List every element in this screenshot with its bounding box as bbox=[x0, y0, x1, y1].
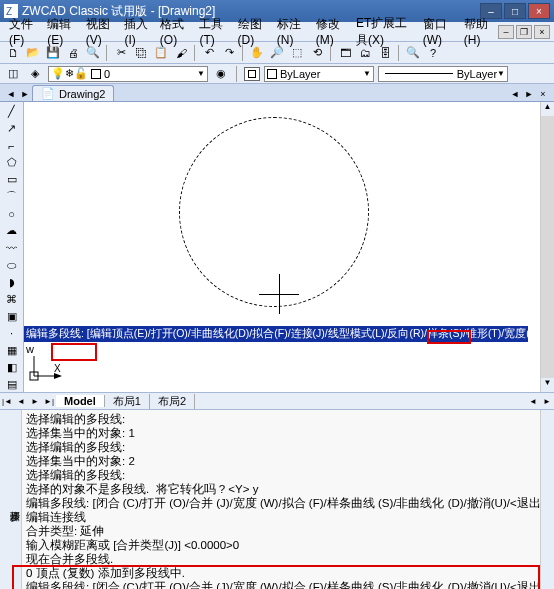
make-current-icon[interactable]: ◉ bbox=[212, 65, 230, 83]
props-icon[interactable]: 🗔 bbox=[336, 44, 354, 62]
hatch-icon[interactable]: ▦ bbox=[3, 343, 21, 358]
insert-icon[interactable]: ⌘ bbox=[3, 292, 21, 307]
new-icon[interactable]: 🗋 bbox=[4, 44, 22, 62]
ellipse-icon[interactable]: ⬭ bbox=[3, 258, 21, 273]
match-icon[interactable]: 🖌 bbox=[172, 44, 190, 62]
tabrow-left-icon[interactable]: ◄ bbox=[508, 87, 522, 101]
maximize-button[interactable]: □ bbox=[504, 3, 526, 19]
designcenter-icon[interactable]: 🗂 bbox=[356, 44, 374, 62]
highlight-box-input bbox=[51, 343, 97, 361]
tabrow-close-icon[interactable]: × bbox=[536, 87, 550, 101]
drawing-canvas[interactable]: YX 编辑多段线: [编辑顶点(E)/打开(O)/非曲线化(D)/拟合(F)/连… bbox=[24, 102, 540, 392]
layer-combo[interactable]: 💡 ❄ 🔓 0 ▼ bbox=[48, 66, 208, 82]
xline-icon[interactable]: ↗ bbox=[3, 121, 21, 136]
document-tabs: ◄ ► 📄 Drawing2 ◄ ► × bbox=[0, 84, 554, 102]
color-combo[interactable] bbox=[244, 67, 260, 81]
draw-toolbar: ╱ ↗ ⌐ ⬠ ▭ ⌒ ○ ☁ 〰 ⬭ ◗ ⌘ ▣ · ▦ ◧ ▤ bbox=[0, 102, 24, 392]
preview-icon[interactable]: 🔍 bbox=[84, 44, 102, 62]
doc-minimize[interactable]: – bbox=[498, 25, 514, 39]
block-icon[interactable]: ▣ bbox=[3, 309, 21, 324]
table-icon[interactable]: ▤ bbox=[3, 377, 21, 392]
search-icon[interactable]: 🔍 bbox=[404, 44, 422, 62]
layout-tabs: |◄ ◄ ► ►| Model 布局1 布局2 ◄ ► bbox=[0, 392, 554, 409]
ellipsearc-icon[interactable]: ◗ bbox=[3, 275, 21, 290]
tabrow-right-icon[interactable]: ► bbox=[522, 87, 536, 101]
freeze-icon: ❄ bbox=[65, 67, 74, 80]
layer-states-icon[interactable]: ◈ bbox=[26, 65, 44, 83]
copy-icon[interactable]: ⿻ bbox=[132, 44, 150, 62]
history-lines[interactable]: 选择编辑的多段线: 选择集当中的对象: 1 选择编辑的多段线: 选择集当中的对象… bbox=[22, 410, 540, 589]
polygon-icon[interactable]: ⬠ bbox=[3, 155, 21, 170]
help-icon[interactable]: ? bbox=[424, 44, 442, 62]
layout-last-icon[interactable]: ►| bbox=[42, 397, 56, 406]
tab-layout2[interactable]: 布局2 bbox=[150, 394, 195, 409]
properties-toolbar: ◫ ◈ 💡 ❄ 🔓 0 ▼ ◉ ByLayer ▼ ByLayer ▼ bbox=[0, 64, 554, 84]
zoom-rt-icon[interactable]: 🔎 bbox=[268, 44, 286, 62]
linetype-select[interactable]: ByLayer ▼ bbox=[378, 66, 508, 82]
spline-icon[interactable]: 〰 bbox=[3, 241, 21, 256]
chevron-down-icon: ▼ bbox=[197, 69, 205, 78]
layout-next-icon[interactable]: ► bbox=[28, 397, 42, 406]
doc-icon: 📄 bbox=[41, 87, 55, 100]
menu-bar: 文件(F) 编辑(E) 视图(V) 插入(I) 格式(O) 工具(T) 绘图(D… bbox=[0, 22, 554, 42]
cut-icon[interactable]: ✂ bbox=[112, 44, 130, 62]
highlight-box-width bbox=[427, 330, 471, 344]
hscroll-right-icon[interactable]: ► bbox=[540, 397, 554, 406]
print-icon[interactable]: 🖨 bbox=[64, 44, 82, 62]
open-icon[interactable]: 📂 bbox=[24, 44, 42, 62]
tab-prev-icon[interactable]: ◄ bbox=[4, 87, 18, 101]
doc-close[interactable]: × bbox=[534, 25, 550, 39]
chevron-down-icon: ▼ bbox=[363, 69, 371, 78]
command-history: 新步骤 选择编辑的多段线: 选择集当中的对象: 1 选择编辑的多段线: 选择集当… bbox=[0, 409, 554, 589]
chevron-down-icon: ▼ bbox=[497, 69, 505, 78]
layer-color-swatch bbox=[91, 69, 101, 79]
layout-prev-icon[interactable]: ◄ bbox=[14, 397, 28, 406]
circle-icon[interactable]: ○ bbox=[3, 206, 21, 221]
point-icon[interactable]: · bbox=[3, 326, 21, 341]
zoom-win-icon[interactable]: ⬚ bbox=[288, 44, 306, 62]
tab-next-icon[interactable]: ► bbox=[18, 87, 32, 101]
layer-tool-icon[interactable]: ◫ bbox=[4, 65, 22, 83]
svg-text:X: X bbox=[54, 363, 61, 374]
history-label: 新步骤 bbox=[0, 410, 22, 589]
undo-icon[interactable]: ↶ bbox=[200, 44, 218, 62]
close-button[interactable]: × bbox=[528, 3, 550, 19]
pan-icon[interactable]: ✋ bbox=[248, 44, 266, 62]
tab-model[interactable]: Model bbox=[56, 395, 105, 407]
region-icon[interactable]: ◧ bbox=[3, 360, 21, 375]
color-select[interactable]: ByLayer ▼ bbox=[264, 66, 374, 82]
bulb-icon: 💡 bbox=[51, 67, 65, 80]
history-scrollbar[interactable] bbox=[540, 410, 554, 589]
line-icon[interactable]: ╱ bbox=[3, 104, 21, 119]
zoom-prev-icon[interactable]: ⟲ bbox=[308, 44, 326, 62]
rectangle-icon[interactable]: ▭ bbox=[3, 172, 21, 187]
menu-help[interactable]: 帮助(H) bbox=[459, 14, 498, 49]
redo-icon[interactable]: ↷ bbox=[220, 44, 238, 62]
layout-first-icon[interactable]: |◄ bbox=[0, 397, 14, 406]
arc-icon[interactable]: ⌒ bbox=[3, 189, 21, 204]
lock-icon: 🔓 bbox=[74, 67, 88, 80]
work-area: ╱ ↗ ⌐ ⬠ ▭ ⌒ ○ ☁ 〰 ⬭ ◗ ⌘ ▣ · ▦ ◧ ▤ YX 编辑多… bbox=[0, 102, 554, 392]
save-icon[interactable]: 💾 bbox=[44, 44, 62, 62]
toolpalette-icon[interactable]: 🗄 bbox=[376, 44, 394, 62]
circle-entity bbox=[179, 117, 369, 307]
vertical-scrollbar[interactable]: ▲ ▼ bbox=[540, 102, 554, 392]
hscroll-left-icon[interactable]: ◄ bbox=[526, 397, 540, 406]
doc-restore[interactable]: ❐ bbox=[516, 25, 532, 39]
tab-layout1[interactable]: 布局1 bbox=[105, 394, 150, 409]
layer-0: 0 bbox=[104, 68, 110, 80]
paste-icon[interactable]: 📋 bbox=[152, 44, 170, 62]
pline-icon[interactable]: ⌐ bbox=[3, 138, 21, 153]
revcloud-icon[interactable]: ☁ bbox=[3, 223, 21, 238]
doc-tab-drawing2[interactable]: 📄 Drawing2 bbox=[32, 85, 114, 101]
